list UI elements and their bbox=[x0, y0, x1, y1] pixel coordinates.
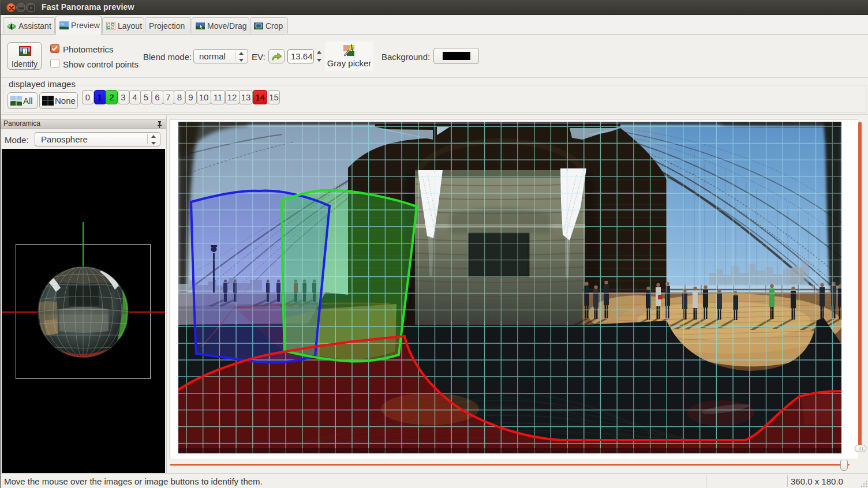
svg-text:GL: GL bbox=[61, 22, 65, 26]
svg-text:1: 1 bbox=[24, 48, 27, 54]
